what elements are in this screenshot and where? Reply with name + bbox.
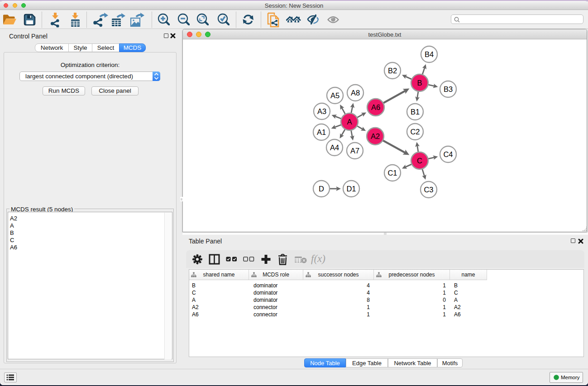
svg-text:A2: A2 — [371, 132, 380, 140]
svg-text:A: A — [347, 118, 352, 126]
svg-text:A6: A6 — [371, 103, 380, 111]
svg-text:B: B — [417, 79, 422, 87]
svg-text:C4: C4 — [443, 150, 453, 158]
svg-text:C1: C1 — [387, 169, 397, 177]
svg-text:B1: B1 — [411, 108, 420, 116]
svg-text:C3: C3 — [424, 186, 433, 194]
svg-text:A5: A5 — [330, 91, 339, 100]
svg-text:B2: B2 — [388, 67, 397, 75]
svg-text:D: D — [319, 185, 324, 193]
svg-text:C2: C2 — [410, 128, 420, 136]
svg-text:D1: D1 — [346, 185, 356, 193]
svg-text:A1: A1 — [317, 128, 326, 136]
svg-text:A3: A3 — [317, 107, 326, 115]
svg-text:A4: A4 — [330, 143, 339, 152]
svg-text:C: C — [417, 157, 422, 165]
svg-text:A8: A8 — [351, 89, 360, 97]
svg-text:Memory: Memory — [561, 375, 580, 380]
svg-text:B3: B3 — [444, 85, 453, 93]
svg-text:A7: A7 — [350, 147, 359, 155]
svg-text:B4: B4 — [425, 50, 434, 58]
